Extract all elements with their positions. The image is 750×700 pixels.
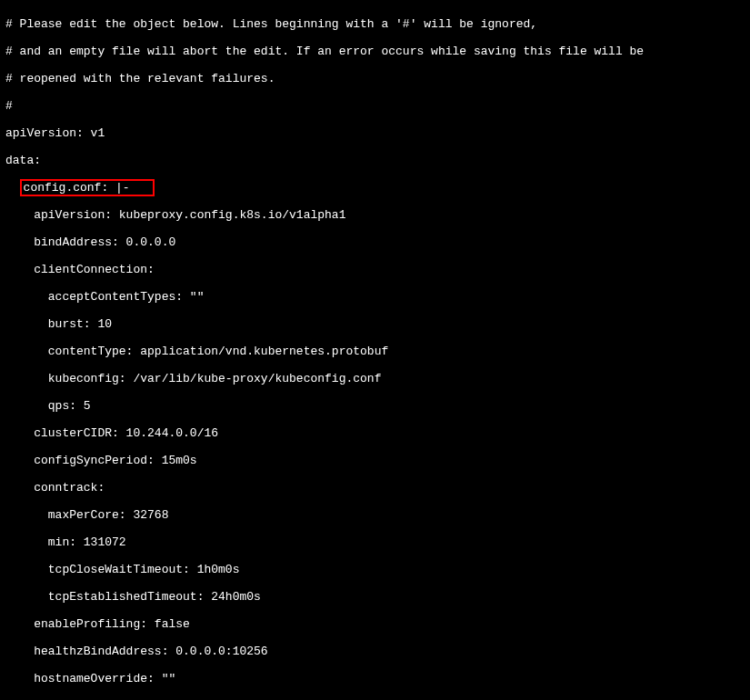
yaml-line: configSyncPeriod: 15m0s bbox=[5, 454, 750, 467]
yaml-line: qps: 5 bbox=[5, 399, 750, 413]
yaml-line: apiVersion: kubeproxy.config.k8s.io/v1al… bbox=[5, 208, 750, 222]
yaml-line-highlighted: config.conf: |- bbox=[5, 181, 750, 195]
yaml-line: clusterCIDR: 10.244.0.0/16 bbox=[5, 426, 750, 440]
yaml-line: min: 131072 bbox=[5, 535, 750, 549]
yaml-line: conntrack: bbox=[5, 481, 750, 495]
yaml-line: tcpCloseWaitTimeout: 1h0m0s bbox=[5, 563, 750, 576]
yaml-line: hostnameOverride: "" bbox=[5, 672, 750, 685]
yaml-line: apiVersion: v1 bbox=[5, 126, 750, 140]
yaml-line: enableProfiling: false bbox=[5, 617, 750, 631]
yaml-line: data: bbox=[5, 154, 750, 167]
yaml-line: clientConnection: bbox=[5, 263, 750, 276]
comment-line: # bbox=[5, 99, 750, 113]
yaml-line: burst: 10 bbox=[5, 317, 750, 331]
yaml-line: acceptContentTypes: "" bbox=[5, 290, 750, 304]
terminal-editor[interactable]: # Please edit the object below. Lines be… bbox=[0, 0, 750, 700]
yaml-line: maxPerCore: 32768 bbox=[5, 508, 750, 522]
comment-line: # Please edit the object below. Lines be… bbox=[5, 17, 750, 31]
yaml-line: healthzBindAddress: 0.0.0.0:10256 bbox=[5, 645, 750, 658]
yaml-line: bindAddress: 0.0.0.0 bbox=[5, 235, 750, 249]
yaml-line: contentType: application/vnd.kubernetes.… bbox=[5, 345, 750, 358]
indent bbox=[5, 181, 20, 195]
comment-line: # and an empty file will abort the edit.… bbox=[5, 45, 750, 58]
yaml-line: tcpEstablishedTimeout: 24h0m0s bbox=[5, 590, 750, 604]
comment-line: # reopened with the relevant failures. bbox=[5, 72, 750, 85]
yaml-line: kubeconfig: /var/lib/kube-proxy/kubeconf… bbox=[5, 372, 750, 385]
highlight-box-config-conf: config.conf: |- bbox=[20, 179, 155, 196]
